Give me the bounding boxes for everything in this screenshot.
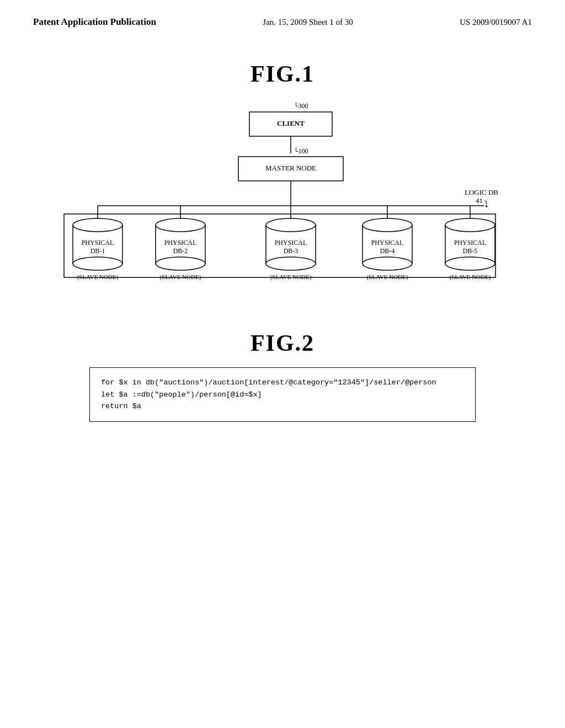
cylinder-db3: PHYSICAL DB-3	[266, 218, 316, 270]
master-ref-label: └100	[294, 147, 308, 155]
client-label: CLIENT	[277, 119, 305, 127]
fig2-container: for $x in db("auctions")/auction[interes…	[33, 367, 532, 422]
db5-label1: PHYSICAL	[454, 239, 487, 247]
header-left: Patent Application Publication	[33, 17, 156, 28]
db2-label1: PHYSICAL	[164, 239, 197, 247]
svg-point-11	[363, 257, 412, 270]
code-line-1: for $x in db("auctions")/auction[interes…	[101, 377, 464, 389]
logic-db-label: LOGIC DB	[465, 188, 498, 196]
svg-point-2	[73, 257, 122, 270]
svg-point-10	[363, 218, 412, 232]
svg-point-13	[445, 218, 495, 232]
db1-label1: PHYSICAL	[82, 239, 114, 247]
fig1-diagram: └300 CLIENT └100 MASTER NODE LOGIC DB 41…	[33, 98, 532, 313]
main-content: FIG.1 └300 CLIENT └100 MASTER NODE LOGIC…	[0, 33, 565, 449]
page-header: Patent Application Publication Jan. 15, …	[0, 0, 565, 33]
db5-label2: DB-5	[463, 247, 478, 255]
fig1-svg: └300 CLIENT └100 MASTER NODE LOGIC DB 41…	[56, 98, 509, 313]
svg-point-14	[445, 257, 495, 270]
db3-label2: DB-3	[284, 247, 299, 255]
code-line-3: return $a	[101, 400, 464, 413]
db3-label1: PHYSICAL	[275, 239, 307, 247]
fig2-code-box: for $x in db("auctions")/auction[interes…	[89, 367, 476, 422]
db2-label2: DB-2	[173, 247, 188, 255]
cylinder-db4: PHYSICAL DB-4	[363, 218, 412, 270]
cylinder-db1: PHYSICAL DB-1	[73, 218, 122, 270]
db4-label1: PHYSICAL	[371, 239, 404, 247]
svg-point-4	[156, 218, 205, 232]
db4-label2: DB-4	[380, 247, 395, 255]
logic-db-ref: 41	[476, 196, 483, 205]
fig1-title: FIG.1	[33, 61, 532, 87]
master-label: MASTER NODE	[265, 164, 316, 172]
svg-point-1	[73, 218, 122, 232]
svg-point-8	[266, 257, 316, 270]
header-right: US 2009/0019007 A1	[460, 18, 532, 27]
code-line-2: let $a :=db("people")/person[@id=$x]	[101, 389, 464, 401]
logic-db-arrow: ⤵	[484, 200, 488, 209]
cylinder-db5: PHYSICAL DB-5	[445, 218, 495, 270]
db1-label2: DB-1	[90, 247, 105, 255]
cylinder-db2: PHYSICAL DB-2	[156, 218, 205, 270]
header-center: Jan. 15, 2009 Sheet 1 of 30	[263, 18, 353, 27]
fig2-title: FIG.2	[33, 330, 532, 356]
svg-point-5	[156, 257, 205, 270]
svg-point-7	[266, 218, 316, 232]
client-ref-label: └300	[294, 102, 308, 110]
